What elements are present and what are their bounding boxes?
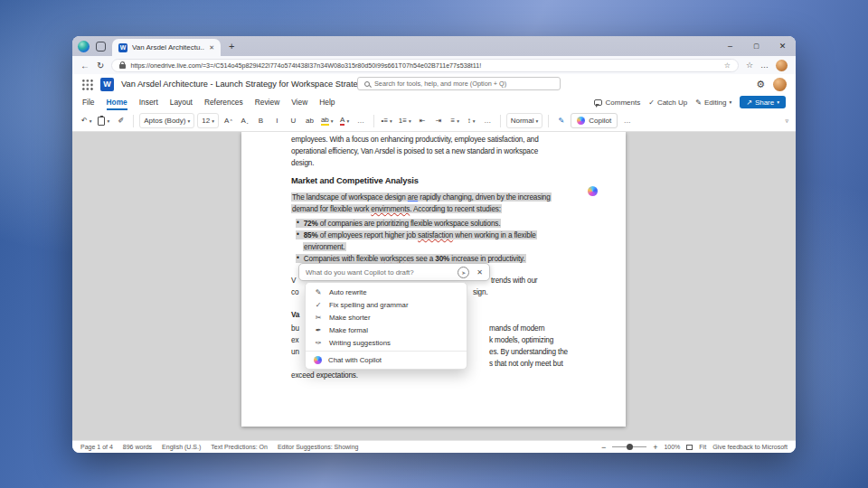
font-name-combo[interactable]: Aptos (Body)▾: [139, 113, 194, 128]
settings-gear-icon[interactable]: ⚙: [756, 79, 765, 90]
more-ribbon-options-button[interactable]: …: [620, 113, 634, 128]
feedback-link[interactable]: Give feedback to Microsoft: [712, 444, 788, 450]
catch-up-button[interactable]: ✓ Catch Up: [648, 99, 687, 107]
strikethrough-button[interactable]: ab: [303, 113, 316, 128]
menu-home[interactable]: Home: [107, 95, 127, 110]
browser-menu-icon[interactable]: …: [760, 61, 769, 70]
window-minimize-button[interactable]: –: [717, 36, 743, 56]
menu-item-writing-suggestions[interactable]: ✑Writing suggestions: [306, 336, 467, 349]
doc-line[interactable]: operational efficiency, Van Arsdel is po…: [291, 146, 538, 156]
doc-line[interactable]: design.: [291, 158, 314, 168]
underline-button[interactable]: U: [287, 113, 300, 128]
url-field[interactable]: https://onedrive.live.com/=3=/C514o45p82…: [111, 59, 739, 72]
zoom-out-icon[interactable]: −: [601, 443, 606, 452]
account-avatar[interactable]: [773, 78, 787, 91]
menu-help[interactable]: Help: [319, 95, 335, 110]
copilot-send-icon[interactable]: ➤: [458, 267, 469, 278]
numbering-button[interactable]: 1≡▾: [397, 113, 413, 128]
copilot-margin-icon[interactable]: [588, 186, 598, 196]
menu-item-auto-rewrite[interactable]: ✎Auto rewrite: [306, 286, 467, 298]
shrink-font-button[interactable]: Aˬ: [238, 113, 251, 128]
collapse-ribbon-icon[interactable]: ▿: [785, 117, 788, 125]
doc-fragment[interactable]: co: [291, 287, 298, 297]
word-logo-icon[interactable]: W: [100, 78, 114, 91]
doc-heading[interactable]: Market and Competitive Analysis: [291, 176, 419, 186]
bullets-button[interactable]: •≡▾: [380, 113, 394, 128]
copilot-close-icon[interactable]: ✕: [476, 268, 483, 277]
editor-button[interactable]: ✎: [554, 113, 568, 128]
zoom-slider-knob[interactable]: [627, 444, 633, 450]
more-paragraph-options-button[interactable]: …: [481, 113, 495, 128]
doc-bullet[interactable]: •72% of companies are prioritizing flexi…: [296, 218, 501, 228]
document-title[interactable]: Van Arsdel Architecture - Launch Strateg…: [121, 80, 366, 89]
text-predictions-status[interactable]: Text Predictions: On: [211, 444, 268, 450]
styles-combo[interactable]: Normal▾: [506, 113, 543, 128]
language-status[interactable]: English (U.S.): [162, 444, 201, 450]
menu-file[interactable]: File: [82, 95, 95, 110]
menu-item-chat-with-copilot[interactable]: Chat with Copilot: [306, 353, 467, 366]
doc-bullet[interactable]: •Companies with flexible workspces see a…: [296, 253, 526, 263]
window-restore-button[interactable]: ▢: [743, 36, 769, 56]
app-launcher-icon[interactable]: [81, 79, 93, 90]
doc-fragment[interactable]: exceed expectations.: [291, 371, 358, 380]
grow-font-button[interactable]: A^: [222, 113, 235, 128]
highlight-button[interactable]: ab▾: [319, 113, 335, 128]
menu-references[interactable]: References: [204, 95, 243, 110]
doc-fragment[interactable]: bu: [291, 324, 299, 333]
menu-item-make-shorter[interactable]: ✂Make shorter: [306, 311, 467, 324]
favorites-bar-icon[interactable]: ☆: [746, 61, 753, 70]
edge-logo-icon[interactable]: [78, 41, 90, 52]
doc-fragment[interactable]: V: [291, 276, 296, 286]
copilot-prompt-box[interactable]: What do you want Copilot to draft? ➤ ✕: [298, 263, 490, 281]
outdent-button[interactable]: ⇤: [416, 113, 429, 128]
doc-fragment[interactable]: k models, optimizing: [489, 335, 553, 345]
doc-line-selected[interactable]: The landscape of workspace design are ra…: [291, 192, 552, 202]
fit-label[interactable]: Fit: [699, 444, 706, 450]
menu-review[interactable]: Review: [255, 95, 279, 110]
zoom-in-icon[interactable]: +: [653, 443, 657, 452]
search-box[interactable]: Search for tools, help, and more (Option…: [357, 77, 561, 90]
doc-bullet[interactable]: •85% of employees report higher job sati…: [296, 230, 537, 239]
share-button[interactable]: ↗ Share ▾: [740, 96, 786, 108]
zoom-slider[interactable]: [612, 446, 646, 447]
window-close-button[interactable]: ✕: [769, 36, 796, 56]
copilot-button[interactable]: Copilot: [571, 113, 618, 128]
editor-suggestions-status[interactable]: Editor Suggestions: Showing: [278, 444, 359, 450]
undo-button[interactable]: ↶▾: [80, 113, 93, 128]
editing-mode-button[interactable]: ✎ Editing ▾: [695, 99, 731, 107]
doc-fragment[interactable]: s that not only meet but: [489, 359, 563, 369]
menu-insert[interactable]: Insert: [139, 95, 158, 110]
more-font-options-button[interactable]: …: [354, 113, 368, 128]
comments-button[interactable]: Comments: [594, 99, 640, 107]
alignment-button[interactable]: ≡▾: [448, 113, 462, 128]
menu-layout[interactable]: Layout: [170, 95, 193, 110]
paste-button[interactable]: ▾: [96, 113, 111, 128]
menu-item-make-formal[interactable]: ✒Make formal: [306, 324, 467, 336]
word-count[interactable]: 896 words: [123, 444, 152, 450]
doc-line[interactable]: employees. With a focus on enhancing pro…: [291, 135, 539, 145]
browser-profile-avatar[interactable]: [776, 60, 788, 71]
doc-fragment[interactable]: trends with our: [491, 276, 537, 286]
doc-bullet-wrap[interactable]: environment.: [303, 241, 346, 251]
doc-fragment[interactable]: un: [291, 347, 299, 357]
line-spacing-button[interactable]: ↕▾: [465, 113, 478, 128]
page-count[interactable]: Page 1 of 4: [80, 444, 113, 450]
workspaces-icon[interactable]: [96, 42, 106, 52]
new-tab-button[interactable]: +: [229, 41, 234, 52]
italic-button[interactable]: I: [270, 113, 284, 128]
doc-fragment[interactable]: ex: [291, 335, 298, 345]
format-painter-button[interactable]: ✐: [114, 113, 127, 128]
bold-button[interactable]: B: [254, 113, 268, 128]
browser-tab[interactable]: W Van Arsdel Architectu... ✕: [112, 39, 221, 56]
menu-item-fix-spelling[interactable]: ✓Fix spelling and grammar: [306, 298, 467, 311]
doc-fragment[interactable]: mands of modern: [489, 324, 544, 333]
menu-view[interactable]: View: [291, 95, 307, 110]
zoom-level[interactable]: 100%: [664, 444, 680, 450]
back-icon[interactable]: ←: [80, 61, 90, 70]
fit-icon[interactable]: [686, 445, 693, 450]
doc-line-selected[interactable]: demand for flexible work envirnments. Ac…: [291, 203, 502, 213]
font-size-combo[interactable]: 12▾: [197, 113, 219, 128]
indent-button[interactable]: ⇥: [432, 113, 446, 128]
document-page[interactable]: employees. With a focus on enhancing pro…: [241, 132, 626, 427]
font-color-button[interactable]: A▾: [338, 113, 352, 128]
